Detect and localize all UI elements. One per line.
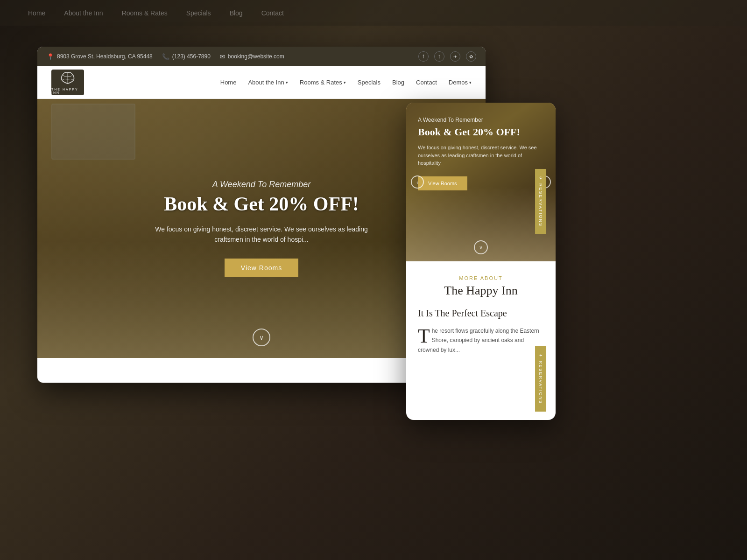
- phone-text: (123) 456-7890: [172, 53, 211, 60]
- yelp-icon[interactable]: ✿: [466, 51, 476, 62]
- mini-hero-section: ‹ › A Weekend To Remember Book & Get 20%…: [406, 103, 556, 261]
- reservations-label-2: RESERVATIONS: [538, 361, 543, 404]
- second-window: ‹ › A Weekend To Remember Book & Get 20%…: [406, 103, 556, 420]
- hero-description: We focus on giving honest, discreet serv…: [145, 224, 378, 245]
- mini-hero-scroll-button[interactable]: ∨: [474, 240, 488, 254]
- hero-view-rooms-button[interactable]: View Rooms: [225, 259, 298, 277]
- nav-about[interactable]: About the Inn ▾: [248, 79, 288, 86]
- nav-demos[interactable]: Demos ▾: [449, 79, 472, 86]
- email-item[interactable]: ✉ booking@website.com: [220, 53, 284, 60]
- nav-rooms[interactable]: Rooms & Rates ▾: [300, 79, 346, 86]
- mini-hero-view-rooms-button[interactable]: View Rooms: [418, 176, 467, 190]
- bg-nav-home: Home: [28, 9, 45, 17]
- email-text: booking@website.com: [228, 53, 284, 60]
- social-icons-group: f t ✈ ✿: [418, 51, 476, 62]
- bg-nav-rooms: Rooms & Rates: [122, 9, 168, 17]
- more-about-label: MORE ABOUT: [418, 275, 544, 281]
- email-icon: ✉: [220, 53, 225, 60]
- more-about-subtitle: It Is The Perfect Escape: [418, 307, 544, 319]
- twitter-icon[interactable]: t: [434, 51, 444, 62]
- hero-title: Book & Get 20% OFF!: [145, 193, 378, 215]
- address-text: 8903 Grove St, Healdsburg, CA 95448: [57, 53, 153, 60]
- drop-cap-letter: T: [418, 329, 430, 344]
- mini-hero-subtitle: A Weekend To Remember: [418, 117, 544, 123]
- reservations-label-1: RESERVATIONS: [538, 183, 543, 227]
- more-about-body-text: he resort flows gracefully along the Eas…: [418, 328, 539, 353]
- mini-hero-description: We focus on giving honest, discreet serv…: [418, 144, 544, 167]
- logo-text-inner: THE HAPPY INN: [51, 88, 84, 94]
- more-about-body: T he resort flows gracefully along the E…: [418, 326, 544, 355]
- tripadvisor-icon[interactable]: ✈: [450, 51, 460, 62]
- bg-nav-blog: Blog: [230, 9, 243, 17]
- nav-links-group: Home About the Inn ▾ Rooms & Rates ▾ Spe…: [220, 79, 472, 86]
- logo-image: THE HAPPY INN: [51, 70, 84, 95]
- main-nav-bar: THE HAPPY INN Home About the Inn ▾ Rooms…: [37, 66, 486, 99]
- address-item: 📍 8903 Grove St, Healdsburg, CA 95448: [47, 53, 153, 60]
- rooms-dropdown-arrow: ▾: [344, 80, 346, 85]
- reservations-tab-1[interactable]: ✈ RESERVATIONS: [535, 169, 546, 234]
- bg-nav-specials: Specials: [186, 9, 211, 17]
- reservations-icon-2: ✈: [538, 354, 543, 358]
- bg-nav-contact: Contact: [261, 9, 284, 17]
- hero-content: A Weekend To Remember Book & Get 20% OFF…: [145, 180, 378, 278]
- more-about-section: MORE ABOUT The Happy Inn It Is The Perfe…: [406, 261, 556, 366]
- bg-nav-bar: Home About the Inn Rooms & Rates Special…: [0, 0, 747, 26]
- contact-bar: 📍 8903 Grove St, Healdsburg, CA 95448 📞 …: [37, 47, 486, 66]
- phone-icon: 📞: [162, 53, 169, 60]
- reservations-tab-2[interactable]: ✈ RESERVATIONS: [535, 346, 546, 412]
- bg-nav-about: About the Inn: [64, 9, 103, 17]
- hero-subtitle: A Weekend To Remember: [145, 180, 378, 189]
- site-logo[interactable]: THE HAPPY INN: [51, 70, 84, 95]
- more-about-title: The Happy Inn: [418, 284, 544, 298]
- mini-hero-title: Book & Get 20% OFF!: [418, 126, 544, 138]
- nav-specials[interactable]: Specials: [358, 79, 381, 86]
- nav-blog[interactable]: Blog: [392, 79, 404, 86]
- demos-dropdown-arrow: ▾: [469, 80, 472, 85]
- hero-scroll-down-button[interactable]: ∨: [253, 329, 270, 346]
- reservations-icon-1: ✈: [538, 176, 543, 181]
- nav-contact[interactable]: Contact: [416, 79, 437, 86]
- facebook-icon[interactable]: f: [418, 51, 429, 62]
- mini-hero-content: A Weekend To Remember Book & Get 20% OFF…: [406, 103, 556, 200]
- location-icon: 📍: [47, 53, 54, 60]
- about-dropdown-arrow: ▾: [286, 80, 288, 85]
- phone-item[interactable]: 📞 (123) 456-7890: [162, 53, 211, 60]
- mini-hero-prev-button[interactable]: ‹: [411, 175, 424, 189]
- nav-home[interactable]: Home: [220, 79, 237, 86]
- bg-nav-links: Home About the Inn Rooms & Rates Special…: [28, 9, 284, 17]
